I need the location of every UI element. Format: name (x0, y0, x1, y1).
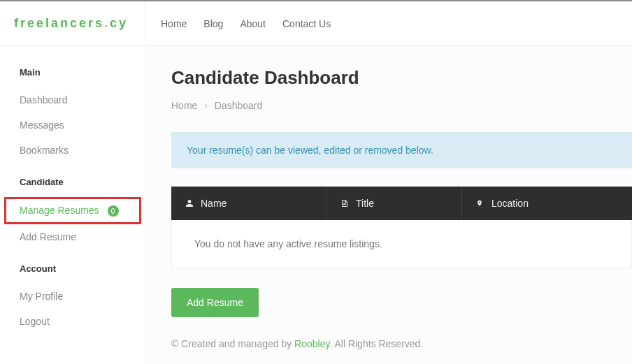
file-icon (340, 199, 349, 208)
logo-word1: freelancers (14, 16, 104, 30)
nav-blog[interactable]: Blog (203, 18, 223, 29)
logo-dot: . (104, 16, 110, 30)
sidebar-item-logout[interactable]: Logout (0, 309, 145, 334)
breadcrumb: Home › Dashboard (171, 100, 632, 111)
sidebar-item-label: Manage Resumes (20, 205, 99, 216)
th-name: Name (171, 187, 326, 220)
logo-word2: cy (110, 16, 128, 30)
sidebar-heading-account: Account (0, 263, 145, 274)
th-location-label: Location (491, 198, 529, 209)
sidebar: Main Dashboard Messages Bookmarks Candid… (0, 46, 145, 364)
breadcrumb-current: Dashboard (215, 100, 263, 111)
location-pin-icon (476, 198, 484, 208)
nav-home[interactable]: Home (161, 18, 187, 29)
logo[interactable]: freelancers.cy (14, 16, 128, 31)
info-banner: Your resume(s) can be viewed, edited or … (171, 132, 632, 168)
footer-prefix: © Created and managed by (171, 338, 294, 349)
sidebar-heading-candidate: Candidate (0, 177, 145, 187)
sidebar-item-dashboard[interactable]: Dashboard (0, 87, 145, 112)
footer-link-roobley[interactable]: Roobley (294, 338, 329, 349)
th-title: Title (326, 187, 462, 220)
nav-contact[interactable]: Contact Us (282, 18, 331, 29)
sidebar-item-messages[interactable]: Messages (0, 112, 145, 138)
sidebar-item-add-resume[interactable]: Add Resume (0, 224, 145, 249)
body-wrap: Main Dashboard Messages Bookmarks Candid… (0, 46, 632, 364)
th-location: Location (462, 187, 632, 220)
table-header: Name Title Location (171, 187, 632, 220)
top-nav: Home Blog About Contact Us (145, 1, 331, 45)
sidebar-heading-main: Main (0, 67, 145, 78)
page-title: Candidate Dashboard (171, 67, 632, 89)
logo-container: freelancers.cy (0, 1, 145, 45)
sidebar-item-bookmarks[interactable]: Bookmarks (0, 138, 145, 163)
main-content: Candidate Dashboard Home › Dashboard You… (145, 46, 632, 364)
th-name-label: Name (201, 198, 227, 209)
add-resume-button[interactable]: Add Resume (171, 288, 259, 317)
table-empty-row: You do not have any active resume listin… (171, 220, 632, 268)
sidebar-item-manage-resumes[interactable]: Manage Resumes 0 (4, 197, 141, 224)
user-icon (185, 199, 194, 208)
footer-suffix: . All Rights Reserved. (329, 338, 423, 349)
resumes-count-badge: 0 (108, 205, 119, 217)
footer: © Created and managed by Roobley. All Ri… (171, 338, 632, 349)
sidebar-item-my-profile[interactable]: My Profile (0, 284, 145, 309)
th-title-label: Title (356, 198, 374, 209)
header: freelancers.cy Home Blog About Contact U… (0, 0, 632, 46)
nav-about[interactable]: About (240, 18, 266, 29)
breadcrumb-home[interactable]: Home (171, 100, 197, 111)
breadcrumb-separator: › (204, 100, 208, 111)
